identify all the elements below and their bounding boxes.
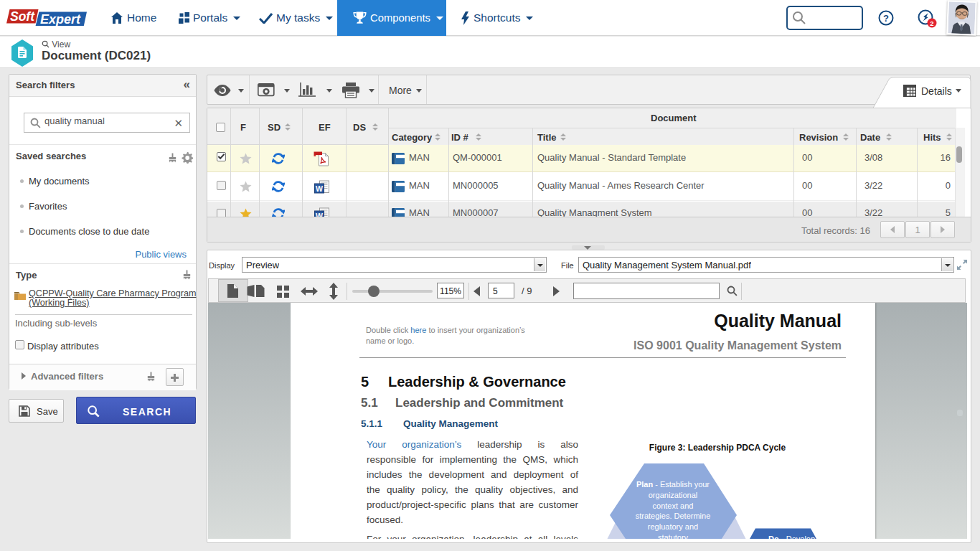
svg-text:strategies. Determine: strategies. Determine bbox=[636, 512, 711, 520]
svg-text:Plan - Establish your: Plan - Establish your bbox=[636, 480, 710, 489]
svg-text:2: 2 bbox=[930, 19, 933, 27]
svg-text:regluatory and: regluatory and bbox=[648, 522, 698, 531]
svg-text:?: ? bbox=[883, 13, 889, 24]
svg-text:Do: Do bbox=[768, 534, 779, 539]
svg-text:organizational: organizational bbox=[649, 491, 698, 499]
svg-text:- Develop the: - Develop the bbox=[781, 534, 825, 539]
svg-text:Soft: Soft bbox=[10, 9, 35, 24]
svg-text:Expert: Expert bbox=[40, 12, 81, 27]
svg-text:statutory: statutory bbox=[658, 533, 689, 540]
svg-text:context and: context and bbox=[653, 501, 694, 510]
